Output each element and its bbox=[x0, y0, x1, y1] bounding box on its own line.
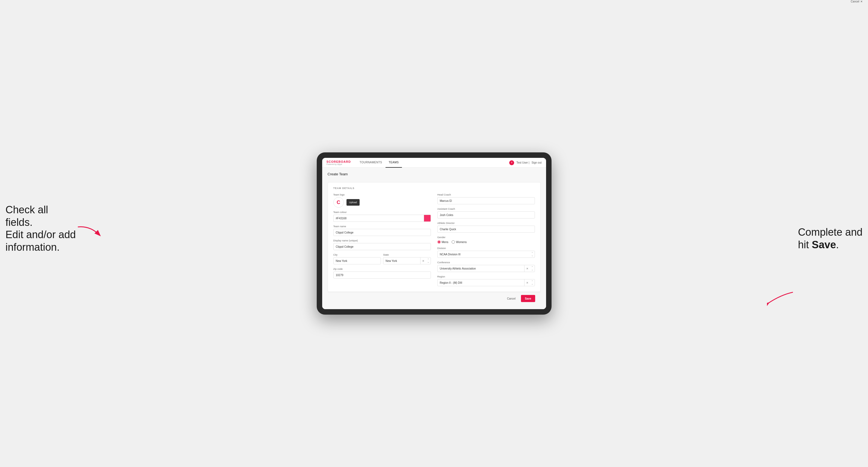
region-select-wrapper: Region II - (M) DIII ✕ ⌃⌄ bbox=[437, 279, 535, 286]
region-arrow-icon: ⌃⌄ bbox=[530, 279, 535, 286]
gender-womens-text: Womens bbox=[456, 241, 467, 244]
color-input-wrapper bbox=[333, 215, 431, 222]
tablet-screen: SCOREBOARD Powered by clippd TOURNAMENTS… bbox=[322, 158, 546, 309]
right-column: Head Coach Assistant Coach Athletic Dire… bbox=[437, 193, 535, 286]
instruction-right: Complete and hit Save. bbox=[798, 226, 863, 251]
division-label: Division bbox=[437, 247, 535, 250]
state-select-wrapper: New York ✕ ⌃⌄ bbox=[383, 257, 431, 264]
region-label: Region bbox=[437, 275, 535, 278]
nav-tournaments[interactable]: TOURNAMENTS bbox=[356, 158, 385, 168]
city-input[interactable] bbox=[333, 257, 381, 264]
state-label: State bbox=[383, 253, 431, 256]
upload-button[interactable]: Upload bbox=[346, 199, 360, 206]
gender-row: Mens Womens bbox=[437, 240, 535, 244]
division-group: Division NCAA Division III ⌃⌄ bbox=[437, 247, 535, 258]
state-clear-button[interactable]: ✕ bbox=[420, 257, 426, 264]
action-bar: Cancel Save bbox=[328, 292, 540, 305]
cancel-button[interactable]: Cancel bbox=[504, 296, 518, 302]
division-select-wrapper: NCAA Division III ⌃⌄ bbox=[437, 251, 535, 258]
logo-area: C Upload bbox=[333, 197, 431, 208]
section-title: TEAM DETAILS bbox=[333, 187, 535, 190]
zipcode-group: Zip code bbox=[333, 268, 431, 279]
right-arrow bbox=[767, 289, 794, 306]
instruction-line1: Check all fields. bbox=[5, 204, 48, 228]
team-logo-label: Team logo bbox=[333, 193, 431, 196]
instruction-line2: Edit and/or add bbox=[5, 229, 76, 240]
gender-label: Gender bbox=[437, 236, 535, 239]
gender-womens-radio[interactable] bbox=[452, 240, 455, 244]
head-coach-group: Head Coach bbox=[437, 193, 535, 204]
brand: SCOREBOARD Powered by clippd bbox=[327, 160, 351, 165]
instruction-line3: information. bbox=[5, 241, 60, 253]
gender-mens-radio[interactable] bbox=[437, 240, 441, 244]
region-group: Region Region II - (M) DIII ✕ ⌃⌄ bbox=[437, 275, 535, 286]
main-content: Create Team Cancel ✕ TEAM DETAILS Team bbox=[322, 168, 546, 309]
instruction-right-line1: Complete and bbox=[798, 226, 863, 238]
athletic-director-input[interactable] bbox=[437, 225, 535, 233]
gender-group: Gender Mens Womens bbox=[437, 236, 535, 244]
gender-womens-label[interactable]: Womens bbox=[452, 240, 467, 244]
city-state-row: City State New York bbox=[333, 253, 431, 264]
region-clear-button[interactable]: ✕ bbox=[524, 279, 530, 286]
zipcode-input[interactable] bbox=[333, 272, 431, 279]
display-name-input[interactable] bbox=[333, 243, 431, 250]
city-label: City bbox=[333, 253, 381, 256]
nav-right: T Test User | Sign out bbox=[509, 160, 541, 165]
conference-select-wrapper: University Athletic Association ✕ ⌃⌄ bbox=[437, 265, 535, 272]
brand-title: SCOREBOARD bbox=[327, 160, 351, 163]
form-container: TEAM DETAILS Team logo C Upload bbox=[328, 182, 540, 292]
city-group: City bbox=[333, 253, 381, 264]
team-colour-group: Team colour bbox=[333, 211, 431, 222]
brand-sub: Powered by clippd bbox=[327, 163, 351, 165]
left-arrow bbox=[76, 224, 101, 238]
display-name-label: Display name (unique) bbox=[333, 239, 431, 242]
state-arrow-icon: ⌃⌄ bbox=[426, 257, 431, 264]
conference-clear-button[interactable]: ✕ bbox=[524, 265, 530, 272]
signout-link[interactable]: Sign out bbox=[532, 161, 542, 164]
nav-teams[interactable]: TEAMS bbox=[385, 158, 402, 168]
zipcode-label: Zip code bbox=[333, 268, 431, 270]
display-name-group: Display name (unique) bbox=[333, 239, 431, 250]
conference-select[interactable]: University Athletic Association bbox=[438, 265, 524, 272]
team-name-label: Team name bbox=[333, 225, 431, 228]
division-select[interactable]: NCAA Division III bbox=[437, 251, 535, 258]
nav-links: TOURNAMENTS TEAMS bbox=[356, 158, 509, 168]
conference-arrow-icon: ⌃⌄ bbox=[530, 265, 535, 272]
page-title: Create Team bbox=[328, 172, 348, 176]
team-logo-group: Team logo C Upload bbox=[333, 193, 431, 208]
form-grid: Team logo C Upload Team colour bbox=[333, 193, 535, 286]
athletic-director-label: Athletic Director bbox=[437, 222, 535, 224]
conference-label: Conference bbox=[437, 261, 535, 264]
team-name-input[interactable] bbox=[333, 229, 431, 236]
instruction-left: Check all fields. Edit and/or add inform… bbox=[5, 204, 76, 253]
team-colour-label: Team colour bbox=[333, 211, 431, 214]
conference-group: Conference University Athletic Associati… bbox=[437, 261, 535, 272]
team-colour-input[interactable] bbox=[333, 215, 424, 222]
region-select[interactable]: Region II - (M) DIII bbox=[438, 279, 524, 286]
logo-circle: C bbox=[333, 197, 344, 208]
head-coach-label: Head Coach bbox=[437, 193, 535, 196]
assistant-coach-input[interactable] bbox=[437, 211, 535, 218]
user-avatar: T bbox=[509, 160, 514, 165]
state-select[interactable]: New York bbox=[383, 257, 420, 264]
gender-mens-text: Mens bbox=[442, 241, 448, 244]
tablet-frame: SCOREBOARD Powered by clippd TOURNAMENTS… bbox=[317, 152, 552, 315]
gender-mens-label[interactable]: Mens bbox=[437, 240, 448, 244]
assistant-coach-group: Assistant Coach bbox=[437, 208, 535, 218]
instruction-right-line2: hit Save. bbox=[798, 239, 839, 250]
head-coach-input[interactable] bbox=[437, 197, 535, 204]
color-swatch[interactable] bbox=[424, 215, 431, 222]
left-column: Team logo C Upload Team colour bbox=[333, 193, 431, 286]
state-group: State New York ✕ ⌃⌄ bbox=[383, 253, 431, 264]
team-name-group: Team name bbox=[333, 225, 431, 236]
save-button[interactable]: Save bbox=[521, 295, 535, 302]
form-header: Create Team Cancel ✕ bbox=[328, 172, 540, 180]
nav-user-text: Test User | bbox=[516, 161, 529, 164]
athletic-director-group: Athletic Director bbox=[437, 222, 535, 233]
navbar: SCOREBOARD Powered by clippd TOURNAMENTS… bbox=[322, 158, 546, 168]
city-state-group: City State New York bbox=[333, 253, 431, 264]
assistant-coach-label: Assistant Coach bbox=[437, 208, 535, 210]
